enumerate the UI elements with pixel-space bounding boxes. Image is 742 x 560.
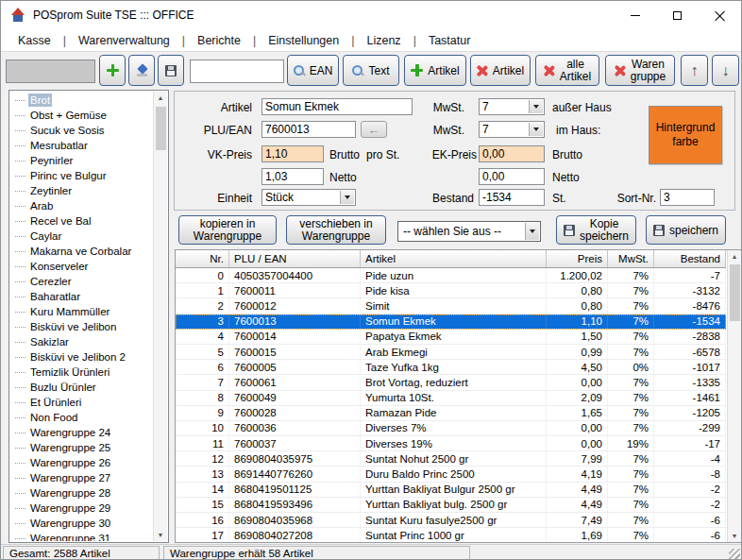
dropdown-button[interactable] [340, 191, 354, 204]
speichern-button[interactable]: speichern [646, 215, 726, 245]
mwst2-select[interactable]: 7 [479, 121, 545, 138]
table-row[interactable]: 158680419593496Yurttan Bakliyat bulg. 25… [176, 498, 726, 513]
table-row[interactable]: 04050357004400Pide uzun1.200,027%-7 [176, 268, 726, 283]
sidebar-item[interactable]: Caylar [10, 229, 153, 244]
menu-item-berichte[interactable]: Berichte [192, 32, 246, 49]
table-scrollbar[interactable]: ▲ ▼ [727, 250, 741, 542]
ek-netto-input[interactable]: 0,00 [479, 168, 545, 185]
vk-brutto-input[interactable]: 1,10 [261, 145, 324, 162]
sidebar-item[interactable]: Warengruppe 26 [10, 455, 153, 470]
sidebar-item[interactable]: Warengruppe 29 [10, 501, 153, 516]
artikel-input[interactable]: Somun Ekmek [261, 98, 413, 115]
sidebar-item[interactable]: Konserveler [10, 259, 153, 274]
table-row[interactable]: 97600028Ramazan Pide1,657%-1205 [176, 406, 726, 421]
scroll-up-icon[interactable]: ▲ [728, 250, 741, 263]
sidebar-item[interactable]: Non Food [10, 410, 153, 425]
sidebar-item[interactable]: Warengruppe 31 [10, 531, 153, 541]
move-down-button[interactable]: ↓ [712, 55, 739, 86]
sidebar-item[interactable]: Mesrubatlar [10, 138, 153, 153]
delete-all-artikel-button[interactable]: alleArtikel [535, 55, 599, 86]
column-header[interactable]: Artikel [361, 250, 547, 267]
plu-back-button[interactable]: ← [361, 121, 387, 138]
column-header[interactable]: Nr. [176, 250, 229, 267]
menu-item-tastatur[interactable]: Tastatur [423, 32, 476, 49]
sidebar-item[interactable]: Makarna ve Corbalar [10, 244, 153, 259]
sidebar-item[interactable]: Kuru Mammüller [10, 304, 153, 319]
column-header[interactable]: MwSt. [608, 250, 654, 267]
table-row[interactable]: 128690804035975Suntat Nohut 2500 gr7,997… [176, 451, 726, 467]
menu-item-warenverwaltung[interactable]: Warenverwaltung [73, 32, 176, 49]
sidebar-item[interactable]: Bisküvi ve Jelibon [10, 319, 153, 334]
table-row[interactable]: 57600015Arab Ekmegi0,997%-6578 [176, 345, 726, 360]
close-button[interactable] [699, 1, 741, 29]
table-row[interactable]: 138691440776260Duru Baldo Princ 25004,19… [176, 467, 726, 482]
scroll-down-icon[interactable]: ▼ [154, 529, 167, 541]
table-row[interactable]: 47600014Papatya Ekmek1,507%-2838 [176, 330, 726, 345]
table-row[interactable]: 178690804027208Suntat Princ 1000 gr1,697… [176, 528, 726, 542]
sidebar-item[interactable]: Warengruppe 30 [10, 516, 153, 531]
delete-warengruppe-button[interactable]: Warengruppe [605, 55, 675, 86]
fill-color-button[interactable] [128, 55, 155, 86]
sidebar-item[interactable]: Arab [10, 198, 153, 213]
table-row[interactable]: 148680419501125Yurttan Bakliyat Bulgur 2… [176, 483, 726, 498]
sidebar-item[interactable]: Bisküvi ve Jelibon 2 [10, 349, 153, 365]
sidebar-item[interactable]: Recel ve Bal [10, 213, 153, 229]
sidebar-item[interactable]: Warengruppe 27 [10, 470, 153, 485]
hintergrund-farbe-button[interactable]: Hintergrund farbe [649, 106, 722, 164]
table-row[interactable]: 67600005Taze Yufka 1kg4,500%-1017 [176, 360, 726, 375]
table-row[interactable]: 168690804035968Suntat Kuru fasulye2500 g… [176, 513, 726, 528]
table-row[interactable]: 27600012Simit0,807%-8476 [176, 298, 726, 314]
menu-item-einstellungen[interactable]: Einstellungen [262, 32, 345, 49]
add-artikel-button[interactable]: Artikel [404, 55, 466, 86]
sidebar-item[interactable]: Sucuk ve Sosis [10, 123, 153, 138]
column-header[interactable]: Bestand [654, 250, 726, 267]
scroll-up-icon[interactable]: ▲ [154, 92, 167, 104]
menu-item-kasse[interactable]: Kasse [12, 32, 57, 49]
table-row[interactable]: 77600061Brot Vortag, reduziert0,007%-133… [176, 375, 726, 390]
bestand-input[interactable]: -1534 [479, 189, 545, 206]
sidebar-scrollbar[interactable]: ▲ ▼ [153, 92, 167, 541]
minimize-button[interactable] [614, 1, 656, 29]
kopie-speichern-button[interactable]: Kopiespeichern [556, 215, 636, 245]
warengruppe-select[interactable]: -- wählen Sie aus -- [397, 221, 541, 242]
scrollbar-thumb[interactable] [730, 264, 740, 321]
table-row[interactable]: 37600013Somun Ekmek1,107%-1534 [176, 314, 726, 330]
mwst1-select[interactable]: 7 [479, 98, 545, 115]
sidebar-item[interactable]: Temizlik Ürünleri [10, 365, 153, 380]
search-ean-button[interactable]: EAN [287, 55, 339, 86]
kopieren-in-warengruppe-button[interactable]: kopieren inWarengruppe [178, 215, 277, 245]
sidebar-item[interactable]: Zeytinler [10, 183, 153, 198]
scroll-down-icon[interactable]: ▼ [728, 530, 741, 542]
sidebar-item[interactable]: Buzlu Ürünler [10, 380, 153, 395]
sidebar-item[interactable]: Warengruppe 28 [10, 485, 153, 501]
sidebar-item[interactable]: Cerezler [10, 274, 153, 289]
resize-grip[interactable] [729, 549, 740, 560]
table-row[interactable]: 87600049Yumurta 10St.2,097%-1461 [176, 391, 726, 406]
dropdown-button[interactable] [529, 123, 543, 136]
sort-nr-input[interactable]: 3 [660, 189, 715, 206]
table-row[interactable]: 17600011Pide kisa0,807%-3132 [176, 283, 726, 298]
menu-item-lizenz[interactable]: Lizenz [361, 32, 406, 49]
ek-brutto-input[interactable]: 0,00 [479, 145, 545, 162]
sidebar-item[interactable]: Baharatlar [10, 289, 153, 304]
sidebar-item[interactable]: Peynirler [10, 153, 153, 168]
move-up-button[interactable]: ↑ [681, 55, 708, 86]
sidebar-item[interactable]: Sakizlar [10, 334, 153, 349]
delete-artikel-button[interactable]: Artikel [470, 55, 531, 86]
sidebar-item[interactable]: Warengruppe 25 [10, 440, 153, 455]
save-group-button[interactable] [158, 55, 184, 86]
verschieben-in-warengruppe-button[interactable]: verschieben inWarengruppe [286, 215, 386, 245]
vk-netto-input[interactable]: 1,03 [261, 168, 324, 185]
dropdown-button[interactable] [529, 100, 543, 113]
sidebar-item[interactable]: Warengruppe 24 [10, 425, 153, 440]
search-input[interactable] [190, 59, 284, 83]
sidebar-item[interactable]: Et Ürünleri [10, 395, 153, 410]
plu-input[interactable]: 7600013 [261, 121, 356, 138]
einheit-select[interactable]: Stück [261, 189, 356, 206]
scrollbar-thumb[interactable] [156, 107, 166, 150]
sidebar-item[interactable]: Pirinc ve Bulgur [10, 168, 153, 183]
table-row[interactable]: 107600036Diverses 7%0,007%-299 [176, 421, 726, 436]
warengruppe-name-input[interactable] [6, 59, 95, 83]
dropdown-button[interactable] [525, 223, 539, 240]
search-text-button[interactable]: Text [343, 55, 399, 86]
